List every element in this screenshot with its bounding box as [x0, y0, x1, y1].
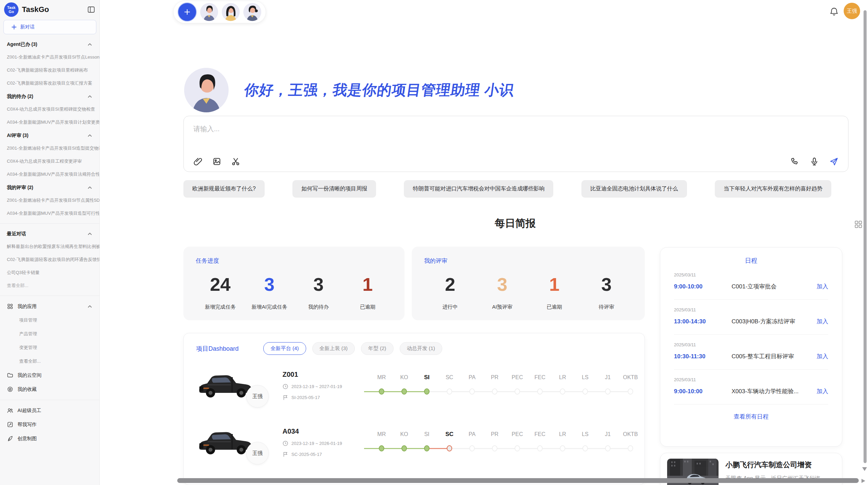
sidebar-item[interactable]: C02-飞腾新能源轻客改款项目立项汇报方案 [0, 77, 99, 90]
microphone-icon[interactable] [810, 157, 819, 166]
divider [0, 223, 99, 224]
scroll-down-arrow[interactable] [862, 467, 867, 471]
dashboard-filter-pill[interactable]: 全新上装 (3) [312, 342, 355, 355]
sidebar-section-header[interactable]: 我的评审 (2) [0, 181, 99, 194]
app-title: TaskGo [22, 5, 49, 14]
view-all-apps-link[interactable]: 查看全部... [0, 355, 99, 368]
sidebar-item[interactable]: Z001-全新燃油轻卡产品开发项目SI节点属性5D文件评审 [0, 194, 99, 207]
briefing-stat: 1已逾期 [349, 274, 386, 310]
milestone-label: MR [370, 430, 393, 438]
join-meeting-link[interactable]: 加入 [817, 352, 828, 360]
milestone-connector [404, 448, 427, 449]
suggestion-chip[interactable]: 欧洲新规最近颁布了什么? [183, 180, 265, 198]
message-input[interactable] [184, 116, 848, 147]
dashboard-filter-pill[interactable]: 全新平台 (4) [263, 342, 306, 355]
collapse-sidebar-icon[interactable] [87, 5, 95, 14]
sidebar-section-header[interactable]: 我的应用 [0, 299, 99, 313]
chevron-up-icon [87, 304, 93, 309]
sidebar-item-users[interactable]: AI超级员工 [0, 403, 99, 418]
chevron-up-icon [87, 133, 93, 138]
suggestion-chip[interactable]: 当下年轻人对汽车外观有怎样的喜好趋势 [715, 180, 831, 198]
sidebar-item-write[interactable]: 帮我写作 [0, 418, 99, 432]
grid-layout-icon[interactable] [854, 220, 863, 229]
phone-icon[interactable] [790, 157, 799, 166]
schedule-event-title: C003|H0B-方案冻结评审 [732, 318, 817, 325]
app-item[interactable]: 变更管理 [0, 341, 99, 355]
dashboard-filter-pill[interactable]: 动总开发 (1) [400, 342, 443, 355]
sidebar-item-badge[interactable]: 我的收藏 [0, 382, 99, 396]
stat-value: 3 [483, 274, 521, 295]
milestone-connector [495, 391, 517, 392]
new-chat-button[interactable]: 新对话 [3, 20, 96, 34]
stat-value: 3 [251, 274, 288, 295]
project-milestone-text: SC-2025-05-17 [291, 452, 322, 457]
avatar[interactable] [200, 3, 218, 21]
milestone-connector [427, 391, 449, 392]
recent-conversation-item[interactable]: 解释最新出台的欧盟报废车法规再生塑料比例被调至15%... [0, 240, 99, 253]
suggestion-chip[interactable]: 比亚迪全固态电池计划具体说了什么 [581, 180, 687, 198]
sidebar-section-label: 我的待办 (2) [7, 94, 33, 100]
sidebar-section-header[interactable]: Agent已办 (3) [0, 38, 99, 51]
send-icon[interactable] [829, 157, 839, 166]
app-item[interactable]: 项目管理 [0, 313, 99, 327]
recent-conversation-item[interactable]: C02-飞腾新能源轻客改款项目的闭环通告反馈情况 [0, 253, 99, 266]
sidebar-item[interactable]: Z001-全新燃油皮卡产品开发项目SI节点Lesson Learn报告 [0, 51, 99, 64]
taskgo-logo: Task Go [4, 2, 19, 17]
schedule-time: 10:30-11:30 [674, 353, 732, 360]
vertical-scrollbar[interactable] [864, 10, 867, 463]
message-composer [183, 116, 848, 172]
dashboard-header: 项目Dashboard 全新平台 (4)全新上装 (3)年型 (2)动总开发 (… [196, 342, 632, 355]
briefing-stat: 1已逾期 [535, 274, 573, 310]
join-meeting-link[interactable]: 加入 [817, 318, 828, 325]
avatar[interactable] [243, 3, 262, 21]
notifications-bell-icon[interactable] [829, 7, 839, 16]
briefing-card: 任务进度24新增完成任务3新增AI完成任务3我的待办1已逾期 [183, 247, 405, 320]
schedule-event-title: C005-整车工程目标评审 [732, 352, 817, 360]
sidebar-item-pen[interactable]: 创意制图 [0, 432, 99, 446]
project-next-milestone: SI-2025-05-17 [282, 395, 365, 400]
sidebar-item[interactable]: C0X4-动力总成开发项目SI里程碑提交物检查 [0, 103, 99, 116]
scissors-icon[interactable] [231, 157, 240, 166]
view-all-conversations-link[interactable]: 查看全部... [0, 279, 99, 292]
avatar[interactable] [221, 3, 240, 21]
suggestion-chip[interactable]: 如何写一份清晰的项目周报 [292, 180, 376, 198]
schedule-item: 2025/03/119:00-10:00X003-车辆动力学性能验...加入 [674, 370, 828, 405]
briefing-stat: 3我的待办 [300, 274, 337, 310]
sidebar-item[interactable]: A034-全新新能源MUV产品开发项目计划变更类编写 [0, 116, 99, 129]
sidebar-section-label: 最近对话 [7, 231, 26, 237]
scroll-right-arrow[interactable] [861, 479, 865, 483]
join-meeting-link[interactable]: 加入 [817, 283, 828, 290]
pen-icon [7, 435, 13, 442]
sidebar-section-header[interactable]: 最近对话 [0, 227, 99, 240]
horizontal-scrollbar[interactable] [177, 478, 859, 483]
stat-value: 1 [349, 274, 386, 295]
sidebar-item[interactable]: A034-全新新能源MUV产品开发项目造型可行性评审 [0, 207, 99, 220]
milestone-label: FEC [529, 430, 551, 438]
recent-conversation-item[interactable]: 公司Q3轻卡销量 [0, 266, 99, 279]
app-item[interactable]: 产品管理 [0, 327, 99, 341]
sidebar-item-folder[interactable]: 我的云空间 [0, 368, 99, 382]
milestone-connector [382, 448, 404, 449]
view-all-schedule-link[interactable]: 查看所有日程 [674, 413, 828, 421]
suggestion-chip[interactable]: 特朗普可能对进口汽车增税会对中国车企造成哪些影响 [404, 180, 553, 198]
add-conversation-button[interactable] [178, 2, 197, 22]
sidebar-section-header[interactable]: 我的待办 (2) [0, 90, 99, 103]
milestone-label: KO [393, 430, 415, 438]
chevron-up-icon [87, 42, 93, 47]
briefing-stats-row: 2进行中3AI预评审1已逾期3待评审 [424, 274, 632, 310]
sidebar-item[interactable]: C0X4-动力总成开发项目工程变更评审 [0, 155, 99, 168]
stat-value: 1 [535, 274, 573, 295]
attachment-paperclip-icon[interactable] [193, 157, 203, 166]
folder-icon [7, 372, 13, 378]
milestone-connector [472, 448, 495, 449]
sidebar-item[interactable]: Z001-全新燃油轻卡产品开发项目SI造型提交物评审 [0, 142, 99, 155]
image-icon[interactable] [212, 157, 221, 166]
dashboard-filter-pill[interactable]: 年型 (2) [361, 342, 394, 355]
sidebar-item[interactable]: A034-全新新能源MUV产品开发项目法规符合性评审 [0, 168, 99, 181]
plus-icon [183, 8, 191, 16]
sidebar-section-header[interactable]: AI评审 (3) [0, 129, 99, 142]
milestone-dot [515, 388, 520, 395]
join-meeting-link[interactable]: 加入 [817, 387, 828, 395]
sidebar-item[interactable]: C02-飞腾新能源轻客改款项目里程碑画布 [0, 64, 99, 77]
user-avatar[interactable]: 王强 [844, 3, 860, 19]
